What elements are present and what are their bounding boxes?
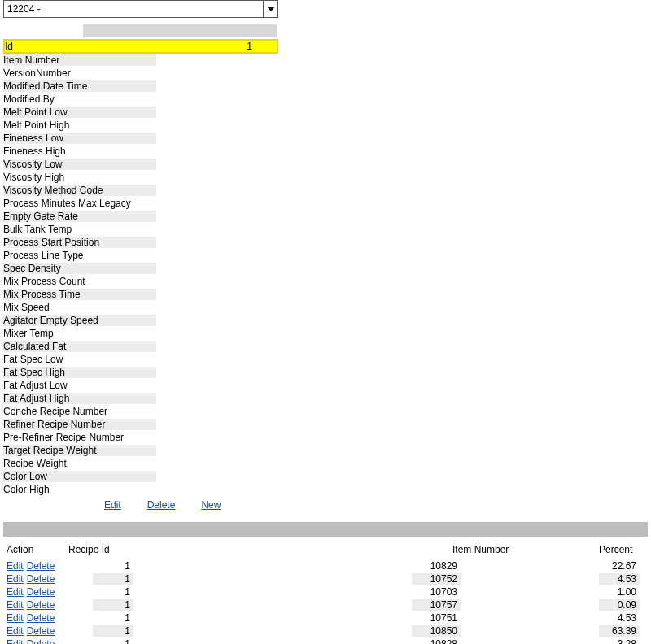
- cell-item: 10751: [412, 612, 461, 624]
- detail-row: Empty Gate Rate: [3, 210, 651, 223]
- row-edit-link[interactable]: Edit: [7, 599, 24, 611]
- detail-label: Fineness Low: [3, 133, 156, 144]
- section-divider: [3, 522, 648, 537]
- new-link[interactable]: New: [201, 499, 221, 511]
- detail-label: Viscosity Method Code: [3, 185, 156, 196]
- detail-label: Melt Point High: [3, 120, 156, 131]
- detail-row: Modified Date Time: [3, 80, 651, 93]
- col-percent-header: Percent: [550, 544, 648, 555]
- detail-label: Modified Date Time: [3, 80, 156, 92]
- detail-label: Mixer Temp: [3, 328, 156, 339]
- detail-label: Fat Spec High: [3, 367, 156, 378]
- detail-label: Mix Process Count: [3, 276, 156, 287]
- detail-label: Modified By: [3, 94, 156, 105]
- detail-row: Calculated Fat: [3, 340, 651, 353]
- cell-recipeid: 1: [93, 560, 133, 572]
- detail-row: Item Number: [3, 54, 651, 67]
- item-dropdown-input[interactable]: [4, 1, 263, 17]
- detail-row: Fat Spec Low: [3, 353, 651, 366]
- row-edit-link[interactable]: Edit: [7, 560, 24, 572]
- detail-row: Recipe Weight: [3, 457, 651, 470]
- row-edit-link[interactable]: Edit: [7, 586, 24, 598]
- detail-label: Mix Speed: [3, 302, 156, 313]
- cell-item: 10703: [412, 586, 461, 598]
- detail-row: Conche Recipe Number: [3, 405, 651, 418]
- cell-percent: 4.53: [599, 612, 640, 624]
- detail-label: Color Low: [3, 471, 156, 482]
- detail-label: Pre-Refiner Recipe Number: [3, 432, 156, 443]
- detail-row: Refiner Recipe Number: [3, 418, 651, 431]
- cell-item: 10829: [412, 560, 461, 572]
- detail-row: Bulk Tank Temp: [3, 223, 651, 236]
- cell-recipeid: 1: [93, 638, 133, 644]
- chevron-down-icon: [267, 7, 275, 11]
- detail-row: Fineness Low: [3, 132, 651, 145]
- table-row: EditDelete1107031.00: [3, 585, 648, 598]
- row-edit-link[interactable]: Edit: [7, 573, 24, 585]
- cell-item: 10752: [412, 573, 461, 585]
- item-dropdown[interactable]: [3, 0, 278, 18]
- detail-label: Empty Gate Rate: [3, 211, 156, 222]
- cell-percent: 3.28: [599, 638, 640, 644]
- detail-label: Spec Density: [3, 263, 156, 274]
- table-row: EditDelete1107524.53: [3, 572, 648, 585]
- row-edit-link[interactable]: Edit: [7, 638, 24, 644]
- row-delete-link[interactable]: Delete: [27, 573, 55, 585]
- detail-row: Spec Density: [3, 262, 651, 275]
- detail-row: Melt Point Low: [3, 106, 651, 119]
- table-row: EditDelete1107570.09: [3, 598, 648, 611]
- row-delete-link[interactable]: Delete: [27, 625, 55, 637]
- cell-percent: 0.09: [599, 599, 640, 611]
- detail-row: Process Minutes Max Legacy: [3, 197, 651, 210]
- detail-label: VersionNumber: [3, 67, 156, 79]
- detail-label: Process Minutes Max Legacy: [3, 198, 156, 209]
- row-edit-link[interactable]: Edit: [7, 612, 24, 624]
- detail-row: Pre-Refiner Recipe Number: [3, 431, 651, 444]
- delete-link[interactable]: Delete: [147, 499, 176, 511]
- cell-recipeid: 1: [93, 612, 133, 624]
- row-delete-link[interactable]: Delete: [27, 612, 55, 624]
- detail-row-id[interactable]: Id 1: [3, 39, 278, 54]
- detail-row: Color Low: [3, 470, 651, 483]
- detail-label: Process Line Type: [3, 250, 156, 261]
- ingredient-grid: Action Recipe Id Item Number Percent Edi…: [3, 543, 648, 644]
- row-delete-link[interactable]: Delete: [27, 638, 55, 644]
- detail-label: Fat Adjust Low: [3, 380, 156, 391]
- detail-list: Id 1 Item NumberVersionNumberModified Da…: [3, 39, 651, 496]
- detail-label: Agitator Empty Speed: [3, 315, 156, 326]
- row-edit-link[interactable]: Edit: [7, 625, 24, 637]
- detail-row: Modified By: [3, 93, 651, 106]
- detail-label: Melt Point Low: [3, 107, 156, 118]
- grid-header: Action Recipe Id Item Number Percent: [3, 543, 648, 556]
- cell-recipeid: 1: [93, 573, 133, 585]
- detail-label: Refiner Recipe Number: [3, 419, 156, 430]
- detail-label: Viscosity High: [3, 172, 156, 183]
- table-row: EditDelete11082922.67: [3, 559, 648, 572]
- detail-label: Conche Recipe Number: [3, 406, 156, 417]
- cell-item: 10757: [412, 599, 461, 611]
- row-delete-link[interactable]: Delete: [27, 586, 55, 598]
- col-recipeid-header: Recipe Id: [68, 544, 142, 555]
- cell-item: 10828: [412, 638, 461, 644]
- edit-link[interactable]: Edit: [104, 499, 121, 511]
- detail-label: Fat Spec Low: [3, 354, 156, 365]
- detail-row: Viscosity High: [3, 171, 651, 184]
- detail-row: Melt Point High: [3, 119, 651, 132]
- detail-value-id: 1: [158, 41, 277, 52]
- detail-label: Bulk Tank Temp: [3, 224, 156, 235]
- detail-label: Process Start Position: [3, 237, 156, 248]
- detail-row: Process Start Position: [3, 236, 651, 249]
- cell-percent: 4.53: [599, 573, 640, 585]
- value-column-header: [83, 24, 277, 37]
- table-row: EditDelete1107514.53: [3, 611, 648, 624]
- row-delete-link[interactable]: Delete: [27, 599, 55, 611]
- cell-percent: 1.00: [599, 586, 640, 598]
- cell-percent: 63.39: [599, 625, 640, 637]
- detail-row: Process Line Type: [3, 249, 651, 262]
- detail-label: Viscosity Low: [3, 159, 156, 170]
- dropdown-toggle[interactable]: [263, 1, 277, 17]
- detail-row: Color High: [3, 483, 651, 496]
- detail-label: Target Recipe Weight: [3, 445, 156, 456]
- detail-row: Mixer Temp: [3, 327, 651, 340]
- row-delete-link[interactable]: Delete: [27, 560, 55, 572]
